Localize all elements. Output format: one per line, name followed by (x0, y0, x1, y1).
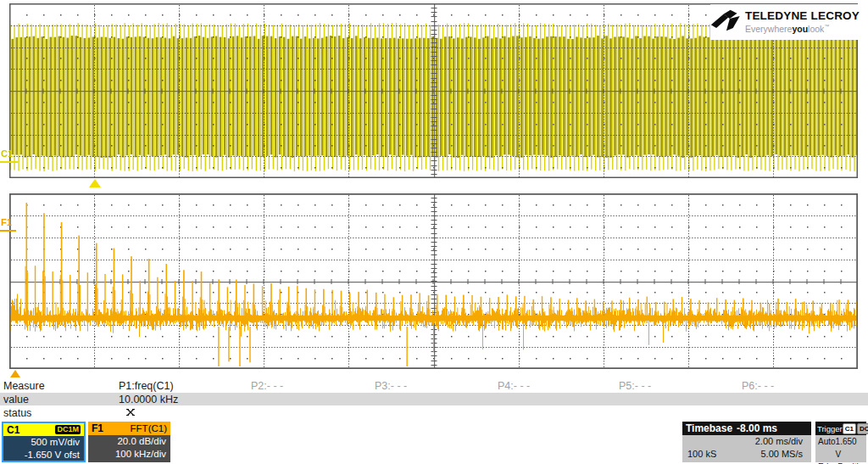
timebase-box[interactable]: Timebase -8.00 ms 2.00 ms/div 100 kS 5.0… (682, 422, 811, 462)
c1-coupling-badge: DC1M (55, 425, 81, 434)
teledyne-logo-mark (710, 7, 745, 37)
f1-frequency-marker[interactable] (10, 370, 20, 377)
measure-param-p3[interactable]: P3:- - - (375, 380, 407, 392)
f1-dbdiv: 20.0 dB/div (88, 435, 166, 448)
logo-brand-line: TELEDYNE LECROY (745, 10, 860, 21)
f1-hzdiv: 100 kHz/div (88, 448, 166, 461)
logo-teledyne: TELEDYNE (745, 9, 808, 22)
measure-header-row: Measure P1:freq(C1) P2:- - - P3:- - - P4… (0, 379, 868, 393)
oscilloscope-screen: C1 F1 TELEDYNE LECROY Everywhereyoulook™… (0, 0, 868, 464)
measure-param-p4[interactable]: P4:- - - (498, 380, 530, 392)
measure-param-p1[interactable]: P1:freq(C1) (119, 380, 174, 392)
c1-descriptor-box[interactable]: C1 DC1M 500 mV/div -1.650 V ofst (2, 422, 86, 462)
trigger-type: Edge (818, 461, 837, 464)
timebase-delay: -8.00 ms (737, 422, 777, 434)
measure-param-p2[interactable]: P2:- - - (251, 380, 283, 392)
trigger-position-marker[interactable] (89, 179, 101, 187)
trigger-level: 1.650 V (836, 435, 864, 461)
f1-grid (9, 193, 858, 369)
f1-descriptor-name: F1 (92, 422, 103, 434)
status-row-label: status (3, 407, 31, 419)
timebase-label: Timebase (686, 422, 732, 434)
f1-fft-canvas (9, 193, 858, 369)
logo-tagline: Everywhereyoulook™ (745, 21, 860, 35)
f1-zero-marker[interactable] (0, 230, 16, 232)
f1-trace-label[interactable]: F1 (1, 218, 12, 227)
trigger-coupling-badge: DC (857, 423, 868, 434)
timebase-rate: 5.00 MS/s (760, 448, 803, 461)
measure-param-p5[interactable]: P5:- - - (619, 380, 651, 392)
value-row-label: value (3, 394, 29, 405)
measure-value-row: value 10.0000 kHz (0, 393, 868, 405)
f1-descriptor-box[interactable]: F1 FFT(C1) 20.0 dB/div 100 kHz/div (88, 422, 170, 462)
c1-zero-marker[interactable] (0, 161, 18, 163)
trigger-slope: Positive (837, 461, 867, 464)
c1-trace-label[interactable]: C1 (1, 149, 13, 159)
f1-function: FFT(C1) (131, 423, 167, 433)
logo-lecroy: LECROY (811, 9, 860, 22)
c1-vdiv: 500 mV/div (3, 436, 80, 449)
trigger-label: Trigger (817, 424, 843, 433)
timebase-tdiv: 2.00 ms/div (682, 435, 811, 448)
c1-offset: -1.650 V ofst (3, 449, 80, 461)
status-icon (125, 407, 136, 420)
measure-row-label: Measure (3, 380, 45, 392)
measure-param-p6[interactable]: P6:- - - (742, 380, 774, 392)
trigger-box[interactable]: Trigger C1 DC Auto 1.650 V Edge Positive (815, 422, 866, 462)
c1-descriptor-name: C1 (7, 424, 19, 436)
trigger-source-badge: C1 (843, 423, 856, 434)
measure-status-row: status (0, 406, 868, 419)
measure-p1-value: 10.0000 kHz (119, 394, 178, 405)
trigger-mode: Auto (818, 435, 836, 461)
teledyne-lecroy-logo: TELEDYNE LECROY Everywhereyoulook™ (710, 4, 860, 40)
timebase-samples: 100 kS (687, 448, 716, 461)
